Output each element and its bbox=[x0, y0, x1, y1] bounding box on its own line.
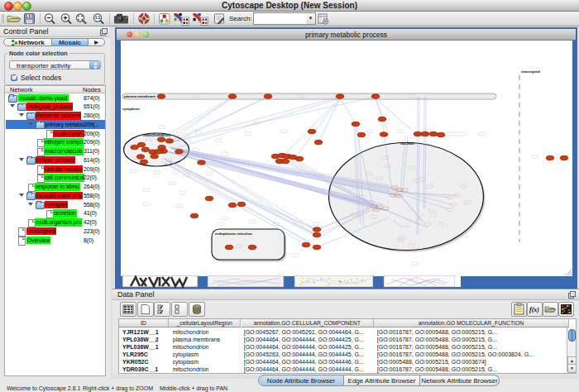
svg-text:f(x): f(x) bbox=[529, 306, 539, 313]
svg-text:unassigned: unassigned bbox=[521, 69, 540, 74]
svg-text:mitochondrion: mitochondrion bbox=[143, 133, 170, 137]
svg-text:endoplasmic reticulum: endoplasmic reticulum bbox=[215, 232, 252, 236]
svg-text:1:1: 1:1 bbox=[95, 16, 101, 20]
svg-text:cytoplasm: cytoplasm bbox=[122, 107, 140, 111]
svg-text:plasma membrane: plasma membrane bbox=[124, 94, 156, 98]
